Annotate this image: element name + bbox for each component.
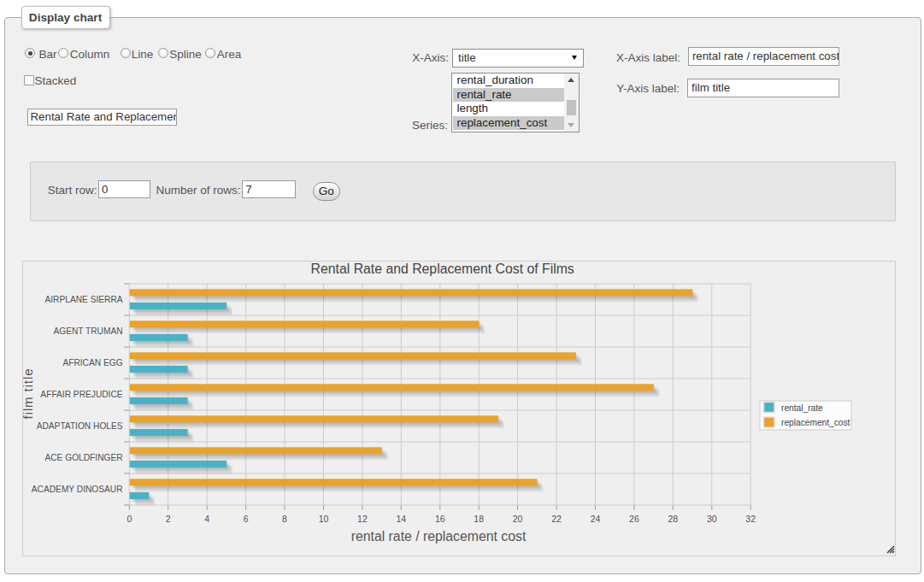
svg-text:Rental Rate and Replacement Co: Rental Rate and Replacement Cost of Film… [311,262,574,276]
svg-text:30: 30 [707,514,717,524]
svg-text:12: 12 [357,514,368,524]
svg-text:14: 14 [396,514,406,524]
svg-text:AFFAIR PREJUDICE: AFFAIR PREJUDICE [40,390,122,399]
svg-text:rental rate / replacement cost: rental rate / replacement cost [351,529,527,544]
svg-text:8: 8 [282,514,287,524]
svg-text:film title: film title [23,368,35,420]
svg-text:rental_rate: rental_rate [781,403,823,413]
svg-text:16: 16 [435,514,445,524]
svg-text:6: 6 [244,514,249,524]
svg-text:22: 22 [551,514,562,524]
svg-text:24: 24 [591,514,601,524]
svg-text:10: 10 [319,514,329,524]
svg-text:ADAPTATION HOLES: ADAPTATION HOLES [37,421,123,431]
svg-text:20: 20 [513,514,523,524]
svg-text:ACADEMY DINOSAUR: ACADEMY DINOSAUR [32,485,123,494]
svg-text:18: 18 [474,514,484,524]
svg-text:32: 32 [745,514,756,524]
svg-text:0: 0 [127,514,132,524]
svg-text:AIRPLANE SIERRA: AIRPLANE SIERRA [44,295,122,304]
svg-text:ACE GOLDFINGER: ACE GOLDFINGER [44,453,122,462]
svg-text:4: 4 [204,514,209,524]
svg-text:replacement_cost: replacement_cost [781,418,850,427]
svg-text:26: 26 [629,514,639,524]
svg-text:2: 2 [166,514,171,524]
svg-text:AFRICAN EGG: AFRICAN EGG [62,358,122,367]
svg-text:28: 28 [668,514,678,524]
svg-text:AGENT TRUMAN: AGENT TRUMAN [53,326,122,336]
